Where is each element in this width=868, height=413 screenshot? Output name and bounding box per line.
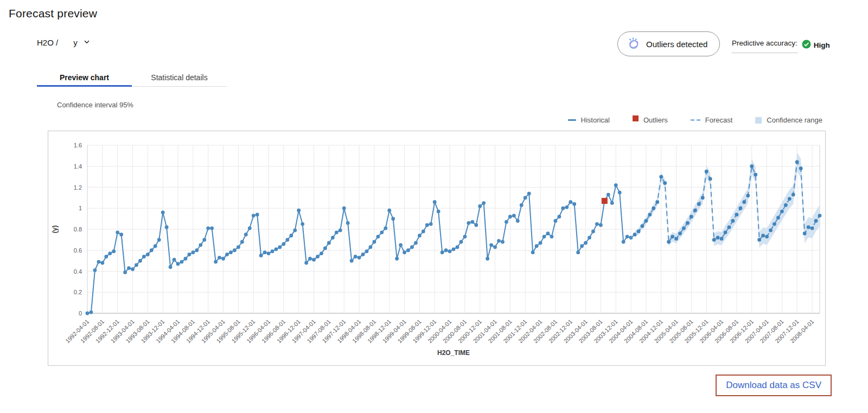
- target-column-value: y: [73, 38, 78, 47]
- svg-text:1.2: 1.2: [74, 184, 82, 191]
- target-column-dropdown[interactable]: y: [73, 38, 91, 47]
- svg-text:(y): (y): [51, 225, 59, 234]
- tab-preview-chart[interactable]: Preview chart: [37, 70, 132, 87]
- forecast-time-series-chart[interactable]: 00.20.40.60.811.21.41.61992-04-011992-08…: [48, 131, 825, 365]
- svg-text:0: 0: [79, 310, 82, 317]
- forecast-preview-page: Forecast preview H2O / y Outliers detect…: [0, 0, 868, 413]
- svg-text:1.6: 1.6: [74, 142, 82, 149]
- legend-historical-label: Historical: [581, 116, 610, 124]
- page-title: Forecast preview: [9, 7, 97, 20]
- historical-line-swatch: [568, 119, 576, 121]
- legend-forecast-label: Forecast: [705, 116, 733, 124]
- tab-statistical-details[interactable]: Statistical details: [132, 70, 227, 87]
- checkmark-icon: [802, 40, 811, 50]
- chart-legend: Historical Outliers Forecast Confidence …: [568, 116, 822, 124]
- legend-item-outliers[interactable]: Outliers: [633, 116, 668, 124]
- confidence-band-swatch: [755, 117, 762, 124]
- svg-text:0.2: 0.2: [74, 289, 82, 295]
- svg-text:0.4: 0.4: [74, 268, 82, 275]
- svg-text:0.6: 0.6: [74, 247, 82, 254]
- outliers-square-swatch: [633, 115, 639, 121]
- ai-sparkle-icon: [627, 36, 641, 52]
- svg-text:1.4: 1.4: [74, 163, 82, 170]
- series-prefix: H2O /: [37, 38, 58, 47]
- legend-confidence-label: Confidence range: [767, 116, 822, 124]
- legend-item-historical[interactable]: Historical: [568, 116, 610, 124]
- series-selector: H2O / y: [37, 38, 91, 47]
- outliers-detected-label: Outliers detected: [646, 40, 707, 49]
- chevron-down-icon: [83, 38, 91, 47]
- legend-outliers-label: Outliers: [643, 116, 668, 124]
- svg-text:0.8: 0.8: [74, 226, 82, 233]
- confidence-interval-note: Confidence interval 95%: [57, 101, 133, 109]
- forecast-dash-swatch: [691, 119, 700, 121]
- legend-item-confidence-range[interactable]: Confidence range: [755, 116, 822, 124]
- predictive-accuracy-label[interactable]: Predictive accuracy:: [732, 39, 797, 53]
- svg-text:1: 1: [79, 205, 82, 211]
- forecast-chart-card: 00.20.40.60.811.21.41.61992-04-011992-08…: [48, 131, 826, 366]
- outliers-detected-badge: Outliers detected: [617, 31, 720, 56]
- predictive-accuracy: Predictive accuracy: High: [732, 39, 830, 53]
- tab-bar: Preview chart Statistical details: [37, 70, 227, 87]
- predictive-accuracy-value: High: [814, 41, 830, 49]
- legend-item-forecast[interactable]: Forecast: [691, 116, 733, 124]
- svg-text:H2O_TIME: H2O_TIME: [437, 349, 470, 357]
- download-csv-button[interactable]: Download data as CSV: [716, 375, 832, 396]
